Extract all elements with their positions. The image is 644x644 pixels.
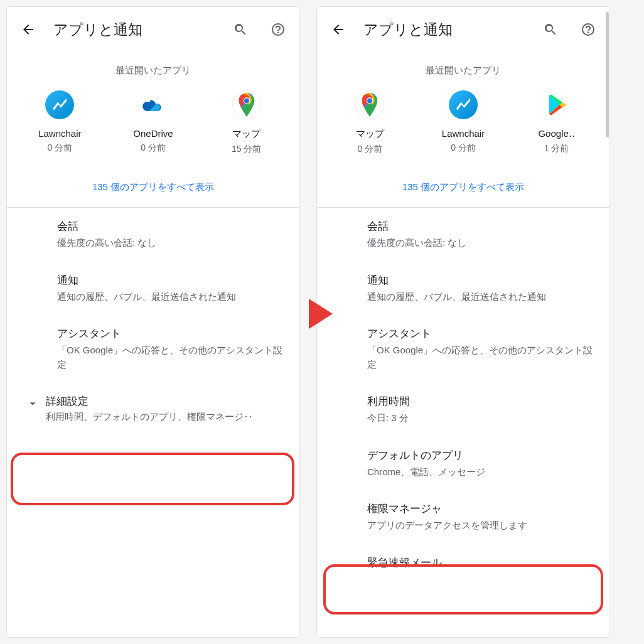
page-title: アプリと通知 [53, 20, 215, 40]
maps-icon [232, 90, 261, 119]
recent-app-maps[interactable]: マップ 0 分前 [326, 90, 414, 155]
app-name: Lawnchair [38, 128, 81, 139]
highlight-advanced [11, 453, 294, 505]
item-title: 通知 [367, 273, 596, 287]
app-time: 0 分前 [141, 142, 166, 154]
item-assistant[interactable]: アシスタント 「OK Google」への応答と、その他のアシスタント設定 [317, 315, 609, 383]
maps-icon [355, 90, 384, 119]
app-bar: アプリと通知 [317, 7, 609, 48]
app-time: 15 分前 [232, 144, 261, 155]
recent-app-onedrive[interactable]: OneDrive 0 分前 [109, 90, 197, 155]
item-title: 権限マネージャ [367, 502, 596, 516]
search-icon [233, 22, 248, 37]
item-subtitle: 「OK Google」への応答と、その他のアシスタント設定 [57, 343, 286, 372]
item-default-apps[interactable]: デフォルトのアプリ Chrome、電話、メッセージ [317, 437, 609, 491]
recent-apps-row: Lawnchair 0 分前 OneDrive 0 分前 マップ 15 分前 [7, 90, 299, 174]
app-name: マップ [356, 128, 384, 140]
item-subtitle: 「OK Google」への応答と、その他のアシスタント設定 [367, 343, 596, 372]
item-title: 緊急速報メール [367, 555, 596, 570]
item-subtitle: 優先度の高い会話: なし [57, 236, 286, 250]
app-name: マップ [232, 128, 260, 140]
help-icon [581, 22, 596, 37]
transition-arrow [308, 295, 334, 333]
recent-app-maps[interactable]: マップ 15 分前 [203, 90, 291, 155]
item-permission-manager[interactable]: 権限マネージャ アプリのデータアクセスを管理します [317, 490, 609, 544]
item-title: デフォルトのアプリ [367, 448, 596, 463]
recent-apps-label: 最近開いたアプリ [7, 48, 299, 90]
lawnchair-icon [449, 90, 478, 119]
item-title: 利用時間 [367, 394, 596, 409]
item-title: 会話 [57, 219, 286, 233]
page-title: アプリと通知 [363, 20, 525, 40]
item-notifications[interactable]: 通知 通知の履歴、バブル、最近送信された通知 [7, 262, 299, 316]
item-subtitle: 通知の履歴、バブル、最近送信された通知 [57, 290, 286, 304]
phone-right: アプリと通知 最近開いたアプリ マップ 0 分前 Lawnchair 0 分前 [316, 6, 610, 638]
app-name: Lawnchair [442, 128, 485, 139]
item-emergency-alerts[interactable]: 緊急速報メール [317, 544, 609, 576]
item-title: 詳細設定 [46, 394, 253, 409]
lawnchair-icon [45, 90, 74, 119]
recent-app-lawnchair[interactable]: Lawnchair 0 分前 [419, 90, 507, 155]
item-subtitle: 今日: 3 分 [367, 411, 596, 426]
arrow-back-icon [331, 22, 346, 37]
item-assistant[interactable]: アシスタント 「OK Google」への応答と、その他のアシスタント設定 [7, 315, 299, 383]
item-notifications[interactable]: 通知 通知の履歴、バブル、最近送信された通知 [317, 262, 609, 316]
app-name: Google‥ [538, 128, 574, 139]
item-advanced-settings[interactable]: 詳細設定 利用時間、デフォルトのアプリ、権限マネージ‥ [7, 383, 299, 434]
search-button[interactable] [538, 17, 563, 42]
item-conversation[interactable]: 会話 優先度の高い会話: なし [317, 208, 609, 262]
arrow-back-icon [21, 22, 36, 37]
recent-apps-row: マップ 0 分前 Lawnchair 0 分前 Google‥ 1 分前 [317, 90, 609, 174]
app-bar: アプリと通知 [7, 7, 299, 48]
item-title: アシスタント [367, 326, 596, 341]
help-button[interactable] [266, 17, 291, 42]
see-all-apps-link[interactable]: 135 個のアプリをすべて表示 [317, 174, 609, 207]
recent-app-google-play[interactable]: Google‥ 1 分前 [513, 90, 601, 155]
recent-app-lawnchair[interactable]: Lawnchair 0 分前 [16, 90, 104, 155]
app-time: 1 分前 [544, 143, 569, 154]
search-icon [543, 22, 558, 37]
back-button[interactable] [16, 17, 41, 42]
item-conversation[interactable]: 会話 優先度の高い会話: なし [7, 208, 299, 262]
app-time: 0 分前 [451, 142, 476, 154]
item-subtitle: 通知の履歴、バブル、最近送信された通知 [367, 290, 596, 304]
back-button[interactable] [326, 17, 351, 42]
item-subtitle: Chrome、電話、メッセージ [367, 465, 596, 480]
app-time: 0 分前 [47, 142, 72, 154]
play-arrow-icon [308, 298, 334, 330]
item-subtitle: 優先度の高い会話: なし [367, 236, 596, 250]
item-screen-time[interactable]: 利用時間 今日: 3 分 [317, 383, 609, 437]
app-name: OneDrive [133, 128, 173, 139]
item-title: 会話 [367, 219, 596, 233]
item-subtitle: アプリのデータアクセスを管理します [367, 518, 596, 533]
recent-apps-label: 最近開いたアプリ [317, 48, 609, 90]
item-subtitle: 利用時間、デフォルトのアプリ、権限マネージ‥ [46, 411, 253, 423]
chevron-down-icon [19, 394, 46, 411]
help-button[interactable] [576, 17, 601, 42]
scrollbar[interactable] [606, 12, 609, 137]
search-button[interactable] [228, 17, 253, 42]
help-icon [271, 22, 286, 37]
google-play-icon [542, 90, 571, 119]
phone-left: アプリと通知 最近開いたアプリ Lawnchair 0 分前 OneDrive … [6, 6, 300, 638]
onedrive-icon [139, 90, 168, 119]
see-all-apps-link[interactable]: 135 個のアプリをすべて表示 [7, 174, 299, 207]
item-title: 通知 [57, 273, 286, 287]
item-title: アシスタント [57, 326, 286, 341]
app-time: 0 分前 [357, 144, 382, 155]
